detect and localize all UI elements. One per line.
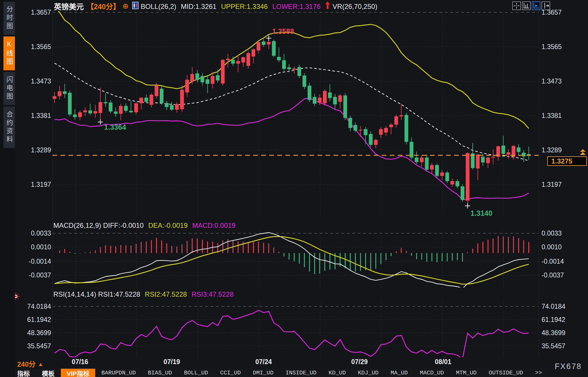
tab-macd_ud[interactable]: MACD_UD [414, 369, 450, 377]
tab-cci_ud[interactable]: CCI_UD [215, 369, 247, 377]
up-arrow-icon [325, 5, 330, 10]
axis-scale-icon[interactable] [522, 1, 531, 10]
sidebar-item-2[interactable]: 闪电图 [3, 72, 15, 105]
indicator-readouts: BOLL(26,2)MID:1.3261UPPER:1.3346LOWER:1.… [141, 1, 382, 11]
period-badge: 【240分】 [87, 1, 120, 11]
rsi-panel-header: RSI(14,14,14) RSI1:47.5228RSI2:47.5228RS… [53, 290, 238, 298]
tab-inside_ud[interactable]: INSIDE_UD [280, 369, 322, 377]
readout: BOLL(26,2) [141, 3, 176, 10]
sidebar-item-3[interactable]: 合约资料 [3, 107, 15, 148]
readout: MACD:0.0019 [192, 221, 235, 229]
sidebar-item-0[interactable]: 分时图 [3, 2, 15, 35]
readout: MACD(26,12,9) DIFF:-0.0010 [53, 221, 144, 229]
crosshair-move-icon[interactable] [512, 1, 521, 10]
rsi-line [54, 310, 529, 359]
chart-canvas[interactable] [0, 0, 588, 377]
tab-mtm_ud[interactable]: MTM_UD [450, 369, 482, 377]
tab-kdj_ud[interactable]: KDJ_UD [352, 369, 384, 377]
macd-diff-line [54, 233, 529, 289]
trading-app-window: 分时图K线图闪电图合约资料 英镑美元 【240分】 ⊕ BOLL(26,2)MI… [0, 0, 588, 377]
price-annotation: 1.3364 [104, 123, 126, 131]
tab-outside_ud[interactable]: OUTSIDE_UD [483, 369, 529, 377]
tab-[interactable]: >> [529, 369, 548, 377]
price-up-arrows-icon [579, 149, 586, 157]
readout: UPPER:1.3346 [221, 3, 268, 10]
tab-barupdn_ud[interactable]: BARUPDN_UD [96, 369, 142, 377]
chart-type-sidebar: 分时图K线图闪电图合约资料 [0, 0, 15, 377]
macd-panel-header: MACD(26,12,9) DIFF:-0.0010DEA:-0.0019MAC… [53, 221, 240, 230]
indicator-tab-bar: 指标模板VIP指标BARUPDN_UDBIAS_UDBOLL_UDCCI_UDD… [11, 369, 548, 377]
period-selector[interactable]: 240分▲ [17, 359, 43, 369]
readout: RSI3:47.5228 [192, 290, 234, 298]
macd-dea-line [54, 236, 529, 284]
tab-vip[interactable]: VIP指标 [61, 369, 95, 377]
tab-bias_ud[interactable]: BIAS_UD [142, 369, 178, 377]
readout: RSI(14,14,14) RSI1:47.5228 [53, 290, 140, 298]
candles-layer [53, 38, 531, 206]
indicator-candle-icon[interactable] [132, 2, 139, 10]
tab-dmi_ud[interactable]: DMI_UD [247, 369, 279, 377]
current-price-value: 1.3275 [551, 157, 572, 165]
readout: RSI2:47.5228 [145, 290, 187, 298]
readout: MID:1.3261 [181, 3, 217, 10]
tab-[interactable]: 模板 [36, 369, 60, 377]
expand-icon[interactable]: ⊕ [122, 2, 129, 10]
readout: VR(26,70,250) [333, 3, 377, 10]
auto-scroll-icon[interactable] [532, 1, 540, 10]
price-annotation: 1.3588 [272, 27, 294, 36]
chart-toolbar [512, 1, 551, 10]
period-label: 240分 [17, 360, 36, 368]
axis-shift-icon[interactable] [542, 1, 550, 10]
current-price-tag: 1.3275 [547, 156, 587, 166]
price-annotation: 1.3140 [470, 209, 492, 217]
tab-[interactable]: 指标 [11, 369, 36, 377]
tab-kd_ud[interactable]: KD_UD [323, 369, 352, 377]
sidebar-item-1[interactable]: K线图 [3, 36, 15, 70]
readout: LOWER:1.3176 [272, 3, 320, 10]
tab-ma_ud[interactable]: MA_UD [385, 369, 414, 377]
tab-boll_ud[interactable]: BOLL_UD [178, 369, 214, 377]
symbol-name: 英镑美元 [54, 1, 84, 11]
watermark: FX678 [555, 362, 582, 371]
triangle-up-icon: ▲ [38, 361, 43, 367]
readout: DEA:-0.0019 [148, 221, 188, 229]
chart-header: 英镑美元 【240分】 ⊕ BOLL(26,2)MID:1.3261UPPER:… [54, 1, 382, 11]
